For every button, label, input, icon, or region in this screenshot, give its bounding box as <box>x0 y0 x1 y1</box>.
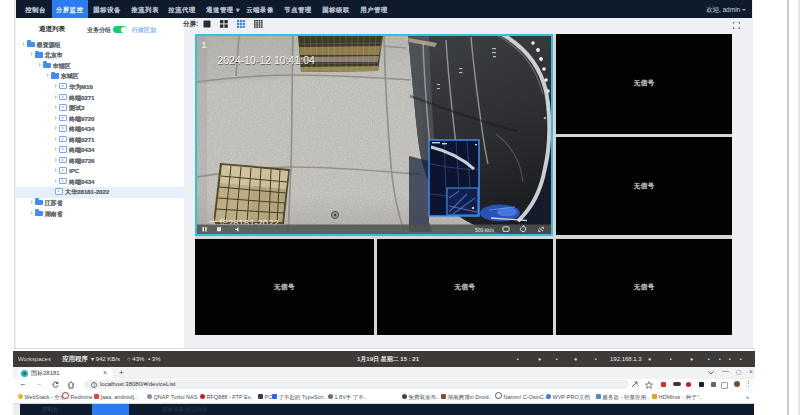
svg-text:1: 1 <box>202 40 207 50</box>
svg-text:500 kb/s: 500 kb/s <box>475 227 494 233</box>
svg-text:2024-10-12 10:41:04: 2024-10-12 10:41:04 <box>217 54 315 66</box>
